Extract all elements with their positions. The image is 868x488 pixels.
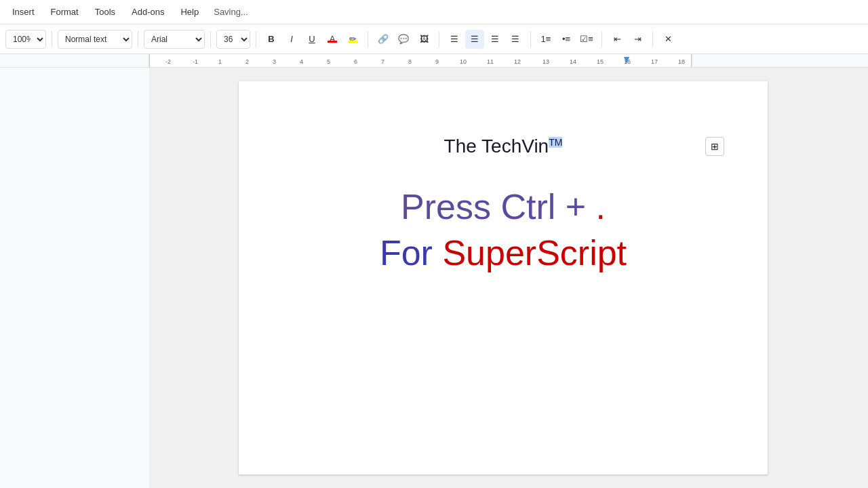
zoom-group: 100% 75% 50% bbox=[5, 30, 46, 49]
style-group: Normal text Heading 1 Heading 2 bbox=[58, 30, 132, 49]
svg-text:9: 9 bbox=[435, 58, 439, 65]
numbered-list-button[interactable]: 1≡ bbox=[536, 30, 555, 49]
highlight-icon: ✏ bbox=[349, 34, 357, 44]
indent-decrease-button[interactable]: ⇤ bbox=[608, 30, 627, 49]
svg-text:14: 14 bbox=[570, 58, 576, 65]
subtitle-line2: For SuperScript bbox=[307, 230, 700, 277]
sidebar-right bbox=[857, 68, 868, 488]
document-subtitle: Press Ctrl + . For SuperScript bbox=[307, 184, 700, 276]
menu-bar: Insert Format Tools Add-ons Help Saving.… bbox=[0, 0, 868, 24]
document-container[interactable]: The TechVinTM ⊞ Press Ctrl + . For Super… bbox=[149, 68, 857, 488]
bulleted-list-button[interactable]: •≡ bbox=[557, 30, 576, 49]
indent-increase-button[interactable]: ⇥ bbox=[628, 30, 647, 49]
font-color-icon: A bbox=[330, 34, 336, 44]
svg-text:2: 2 bbox=[245, 58, 249, 65]
main-area: The TechVinTM ⊞ Press Ctrl + . For Super… bbox=[0, 68, 868, 488]
size-group: 36 12 14 18 24 bbox=[216, 30, 250, 49]
font-group: Arial Times New Roman Courier New bbox=[144, 30, 205, 49]
float-action-button[interactable]: ⊞ bbox=[705, 137, 724, 156]
word-dot: . bbox=[596, 187, 606, 226]
align-buttons: ☰ ☰ ☰ ☰ bbox=[445, 30, 525, 49]
menu-item-help[interactable]: Help bbox=[174, 4, 205, 20]
menu-item-insert[interactable]: Insert bbox=[5, 4, 41, 20]
svg-text:5: 5 bbox=[327, 58, 330, 65]
svg-text:11: 11 bbox=[487, 58, 494, 65]
menu-item-addons[interactable]: Add-ons bbox=[125, 4, 171, 20]
svg-text:13: 13 bbox=[542, 58, 549, 65]
divider-5 bbox=[368, 31, 368, 47]
title-tm-text: TM bbox=[549, 137, 562, 148]
menu-item-tools[interactable]: Tools bbox=[88, 4, 122, 20]
svg-text:8: 8 bbox=[408, 58, 412, 65]
svg-text:1: 1 bbox=[218, 58, 222, 65]
underline-button[interactable]: U bbox=[302, 30, 321, 49]
sidebar-left bbox=[0, 68, 149, 488]
list-buttons: 1≡ •≡ ☑≡ bbox=[536, 30, 596, 49]
document-title: The TechVinTM ⊞ bbox=[307, 136, 700, 157]
divider-7 bbox=[530, 31, 531, 47]
saving-status: Saving... bbox=[214, 7, 248, 17]
align-justify-button[interactable]: ☰ bbox=[506, 30, 525, 49]
align-left-button[interactable]: ☰ bbox=[445, 30, 464, 49]
svg-text:15: 15 bbox=[597, 58, 604, 65]
word-press: Press bbox=[401, 187, 500, 226]
document[interactable]: The TechVinTM ⊞ Press Ctrl + . For Super… bbox=[239, 81, 768, 474]
word-plus: + bbox=[566, 187, 596, 226]
divider-1 bbox=[52, 31, 52, 47]
svg-text:10: 10 bbox=[460, 58, 467, 65]
svg-text:3: 3 bbox=[273, 58, 276, 65]
font-color-button[interactable]: A bbox=[323, 30, 342, 49]
bold-button[interactable]: B bbox=[262, 30, 281, 49]
italic-button[interactable]: I bbox=[282, 30, 301, 49]
divider-9 bbox=[652, 31, 653, 47]
paragraph-style-select[interactable]: Normal text Heading 1 Heading 2 bbox=[58, 30, 132, 49]
svg-text:-1: -1 bbox=[193, 58, 198, 65]
word-super: Super bbox=[442, 233, 536, 272]
divider-3 bbox=[210, 31, 211, 47]
align-right-button[interactable]: ☰ bbox=[486, 30, 505, 49]
word-for: For bbox=[380, 233, 442, 272]
title-text-prefix: The TechVin bbox=[444, 136, 549, 157]
svg-text:17: 17 bbox=[651, 58, 658, 65]
font-color-bar bbox=[328, 41, 337, 43]
zoom-select[interactable]: 100% 75% 50% bbox=[5, 30, 46, 49]
insert-buttons: 🔗 💬 🖼 bbox=[374, 30, 433, 49]
indent-buttons: ⇤ ⇥ bbox=[608, 30, 647, 49]
menu-item-format[interactable]: Format bbox=[44, 4, 85, 20]
svg-text:18: 18 bbox=[678, 58, 685, 65]
divider-8 bbox=[601, 31, 602, 47]
subtitle-line1: Press Ctrl + . bbox=[307, 184, 700, 230]
font-select[interactable]: Arial Times New Roman Courier New bbox=[144, 30, 205, 49]
comment-button[interactable]: 💬 bbox=[394, 30, 413, 49]
divider-2 bbox=[138, 31, 138, 47]
highlight-button[interactable]: ✏ bbox=[343, 30, 362, 49]
svg-text:7: 7 bbox=[381, 58, 384, 65]
format-buttons: B I U A ✏ bbox=[262, 30, 362, 49]
image-button[interactable]: 🖼 bbox=[414, 30, 433, 49]
link-button[interactable]: 🔗 bbox=[374, 30, 393, 49]
divider-4 bbox=[256, 31, 256, 47]
svg-text:4: 4 bbox=[300, 58, 303, 65]
word-script: Script bbox=[536, 233, 627, 272]
checklist-button[interactable]: ☑≡ bbox=[577, 30, 596, 49]
word-ctrl: Ctrl bbox=[500, 187, 565, 226]
toolbar: 100% 75% 50% Normal text Heading 1 Headi… bbox=[0, 24, 868, 54]
svg-text:12: 12 bbox=[514, 58, 521, 65]
font-size-select[interactable]: 36 12 14 18 24 bbox=[216, 30, 250, 49]
align-center-button[interactable]: ☰ bbox=[465, 30, 484, 49]
ruler-svg: -2 -1 1 2 3 4 5 6 7 8 9 10 11 12 13 14 1… bbox=[0, 54, 868, 68]
divider-6 bbox=[439, 31, 439, 47]
svg-text:6: 6 bbox=[354, 58, 357, 65]
highlight-color-bar bbox=[348, 41, 357, 43]
svg-text:-2: -2 bbox=[165, 58, 171, 65]
clear-formatting-button[interactable]: ✕ bbox=[658, 30, 677, 49]
ruler: -2 -1 1 2 3 4 5 6 7 8 9 10 11 12 13 14 1… bbox=[0, 54, 868, 68]
